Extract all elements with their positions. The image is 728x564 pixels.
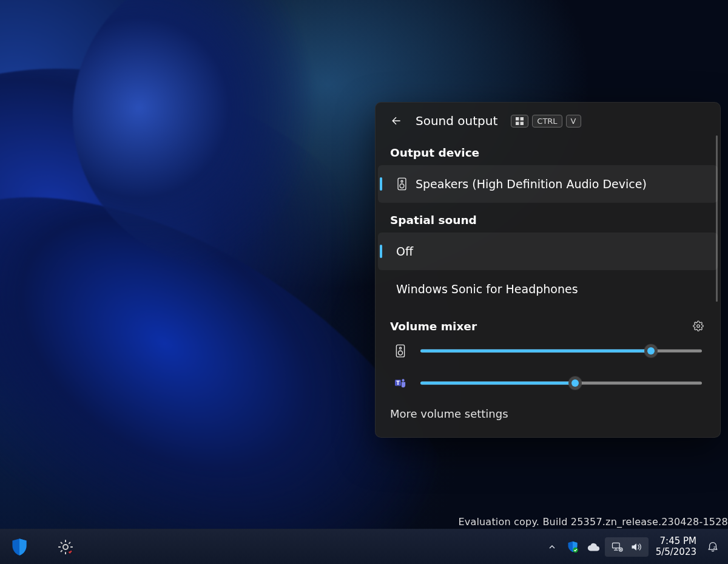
speaker-device-icon [396,177,407,191]
teams-volume-slider[interactable] [420,377,702,389]
svg-rect-2 [516,121,519,124]
output-device-label: Output device [376,135,720,165]
evaluation-watermark: Evaluation copy. Build 25357.zn_release.… [458,516,728,528]
system-sounds-icon[interactable] [394,344,407,358]
slider-thumb[interactable] [568,376,582,390]
svg-point-7 [697,325,700,328]
network-icon [611,542,623,552]
chevron-up-icon [547,542,557,552]
hotkey-hint: CTRL V [511,115,581,127]
spatial-sound-label: Spatial sound [376,203,720,233]
system-tray: 7:45 PM 5/5/2023 z [543,536,722,557]
sound-output-flyout: Sound output CTRL V Output device Speake… [375,102,721,438]
teams-app-icon[interactable]: T [394,378,407,389]
flyout-scroll-region: Output device Speakers (High Definition … [376,135,720,308]
mixer-row-system [394,344,702,358]
tray-overflow-button[interactable] [543,537,561,557]
taskbar-date: 5/5/2023 [656,547,696,557]
mixer-row-teams: T [394,377,702,389]
ctrl-key: CTRL [532,115,562,127]
svg-rect-0 [516,117,519,120]
flyout-header: Sound output CTRL V [376,103,720,135]
volume-icon [630,542,642,552]
svg-text:z: z [713,544,716,549]
desktop: Sound output CTRL V Output device Speake… [0,0,728,564]
system-volume-slider[interactable] [420,345,702,357]
svg-rect-3 [521,121,524,124]
spatial-option-sonic[interactable]: Windows Sonic for Headphones [378,270,718,308]
slider-thumb[interactable] [644,344,658,358]
svg-rect-17 [612,543,619,548]
svg-point-5 [401,180,403,182]
notification-center-button[interactable]: z [704,537,722,557]
more-volume-settings-link[interactable]: More volume settings [376,389,720,426]
tray-network-sound-group[interactable] [605,537,649,557]
settings-update-icon[interactable] [56,537,75,557]
volume-mixer-label-text: Volume mixer [390,320,477,333]
svg-point-10 [398,351,402,355]
back-button[interactable] [388,112,405,129]
spatial-option-off[interactable]: Off [378,233,718,270]
svg-rect-1 [521,117,524,120]
windows-key-icon [511,115,528,127]
focus-assist-icon: z [707,541,719,553]
svg-point-13 [402,379,404,381]
svg-point-6 [400,184,404,188]
taskbar: 7:45 PM 5/5/2023 z [0,529,728,564]
tray-onedrive-icon[interactable] [584,537,602,557]
taskbar-clock[interactable]: 7:45 PM 5/5/2023 [651,536,701,557]
arrow-left-icon [390,115,402,127]
windows-security-icon[interactable] [10,537,29,557]
v-key: V [566,115,581,127]
spatial-option-off-label: Off [396,245,413,258]
mixer-rows: T [376,339,720,389]
output-device-name: Speakers (High Definition Audio Device) [416,177,647,191]
tray-security-icon[interactable] [564,537,582,557]
output-device-speakers[interactable]: Speakers (High Definition Audio Device) [378,165,718,203]
cloud-icon [587,542,600,552]
volume-mixer-settings-button[interactable] [691,319,706,333]
volume-mixer-label: Volume mixer [376,308,720,339]
taskbar-time: 7:45 PM [660,536,696,546]
flyout-title: Sound output [416,114,497,128]
spatial-option-sonic-label: Windows Sonic for Headphones [396,282,578,296]
svg-point-14 [63,545,68,549]
svg-text:T: T [396,380,400,386]
gear-icon [693,321,704,331]
svg-point-9 [399,347,401,349]
